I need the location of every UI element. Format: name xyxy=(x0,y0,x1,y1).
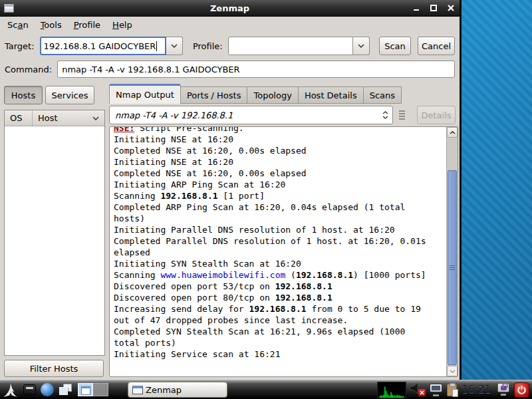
taskbar-window-button[interactable]: Zenmap xyxy=(128,382,227,398)
column-header-os[interactable]: OS xyxy=(5,110,33,126)
nmap-output-text: NSE: Script Pre-scanning.Initiating NSE … xyxy=(110,126,446,376)
menu-help[interactable]: Help xyxy=(106,18,138,32)
hosts-toggle-button[interactable]: Hosts xyxy=(4,86,43,104)
close-button[interactable] xyxy=(446,3,456,13)
chevron-down-icon xyxy=(450,370,456,373)
display-icon[interactable] xyxy=(429,383,444,397)
chevron-up-icon xyxy=(450,131,456,134)
maximize-button[interactable] xyxy=(429,3,438,13)
profile-dropdown-button[interactable] xyxy=(353,37,370,55)
zenmap-window: Zenmap Scan Tools Profile Help Target xyxy=(0,0,462,380)
zenmap-window-icon xyxy=(132,386,143,394)
menubar: Scan Tools Profile Help xyxy=(0,17,460,33)
column-header-host[interactable]: Host xyxy=(33,110,104,126)
cancel-button[interactable]: Cancel xyxy=(418,37,455,55)
volume-muted-icon[interactable] xyxy=(410,382,426,397)
services-toggle-button[interactable]: Services xyxy=(45,86,94,104)
output-line: Completed NSE at 16:20, 0.00s elapsed xyxy=(114,168,446,179)
output-line: Increasing send delay for 192.168.8.1 fr… xyxy=(114,303,446,315)
output-line: out of 47 dropped probes since last incr… xyxy=(114,315,446,326)
target-label: Target: xyxy=(5,41,35,51)
output-line: elapsed xyxy=(114,247,446,258)
nmap-output-area[interactable]: NSE: Script Pre-scanning.Initiating NSE … xyxy=(109,126,458,377)
output-line: total ports) xyxy=(114,337,446,348)
web-browser-icon[interactable] xyxy=(41,383,54,396)
combo-spinner-icon[interactable] xyxy=(382,111,391,119)
chevron-down-icon xyxy=(358,44,364,48)
scrollbar-thumb[interactable] xyxy=(448,170,457,365)
show-windows-icon[interactable] xyxy=(59,383,73,396)
text-caret xyxy=(156,41,157,51)
window-title: Zenmap xyxy=(0,3,460,13)
results-panel: Nmap Output Ports / Hosts Topology Host … xyxy=(108,80,458,380)
clipboard-icon[interactable] xyxy=(447,384,457,396)
output-line: Completed ARP Ping Scan at 16:20, 0.04s … xyxy=(114,201,446,213)
pager-desktop-2[interactable] xyxy=(93,383,108,396)
command-row: Command: nmap -T4 -A -v 192.168.8.1 GAID… xyxy=(0,59,460,80)
output-line: Initiating Service scan at 16:21 xyxy=(114,348,446,360)
output-line: Discovered open port 53/tcp on 192.168.8… xyxy=(114,281,446,292)
chevron-down-icon xyxy=(92,116,99,120)
menu-tools[interactable]: Tools xyxy=(35,18,68,32)
desktop-background: Zenmap Scan Tools Profile Help Target xyxy=(0,0,532,399)
output-line: Initiating Parallel DNS resolution of 1 … xyxy=(114,224,446,235)
target-dropdown-button[interactable] xyxy=(166,37,183,55)
taskbar: Zenmap xyxy=(0,380,532,399)
lock-screen-icon[interactable] xyxy=(496,382,511,397)
maximize-icon xyxy=(430,5,437,11)
hosts-panel: Hosts Services OS Host Filter Hosts xyxy=(0,80,106,380)
details-button[interactable]: Details xyxy=(417,106,456,124)
scroll-up-button[interactable] xyxy=(447,127,458,138)
chevron-down-icon xyxy=(171,44,178,48)
file-manager-icon[interactable] xyxy=(23,384,36,395)
host-list: OS Host xyxy=(4,110,105,356)
output-line: Completed Parallel DNS resolution of 1 h… xyxy=(114,235,446,247)
scan-button[interactable]: Scan xyxy=(379,37,411,55)
menu-scan[interactable]: Scan xyxy=(1,18,35,32)
output-toolbar: nmap -T4 -A -v 192.168.8.1 Details xyxy=(108,104,458,126)
host-list-body[interactable] xyxy=(5,126,104,355)
output-scrollbar[interactable] xyxy=(446,127,458,376)
mute-badge-icon xyxy=(418,389,426,396)
minimize-button[interactable] xyxy=(412,3,421,13)
tab-scans[interactable]: Scans xyxy=(364,86,402,104)
output-line: Initiating NSE at 16:20 xyxy=(114,156,446,168)
taskbar-clock[interactable]: 16:21 xyxy=(460,384,493,396)
output-line: Scanning www.huaweimobilewifi.com (192.1… xyxy=(114,269,446,281)
output-line: hosts) xyxy=(114,213,446,224)
main-area: Hosts Services OS Host Filter Hosts xyxy=(0,80,460,380)
toolbar-grip-icon xyxy=(399,110,405,120)
output-line: Discovered open port 80/tcp on 192.168.8… xyxy=(114,292,446,303)
output-line: Completed SYN Stealth Scan at 16:21, 9.9… xyxy=(114,326,446,337)
app-menu-icon[interactable] xyxy=(3,383,19,397)
scroll-down-button[interactable] xyxy=(447,366,458,376)
menu-profile[interactable]: Profile xyxy=(68,18,106,32)
output-line: Scanning 192.168.8.1 [1 port] xyxy=(114,190,446,201)
minimize-icon xyxy=(413,5,420,11)
output-line: Initiating SYN Stealth Scan at 16:20 xyxy=(114,258,446,269)
system-tray: 16:21 xyxy=(377,382,529,398)
tab-topology[interactable]: Topology xyxy=(247,86,298,104)
power-icon[interactable] xyxy=(514,382,529,398)
command-label: Command: xyxy=(5,65,52,74)
close-icon xyxy=(448,5,454,11)
pager-desktop-1[interactable] xyxy=(78,383,93,396)
output-line: NSE: Script Pre-scanning. xyxy=(114,126,446,134)
profile-label: Profile: xyxy=(193,41,223,51)
target-combo: 192.168.8.1 GAIDOCYBER xyxy=(40,37,183,55)
filter-hosts-button[interactable]: Filter Hosts xyxy=(4,360,104,377)
desktop-pager xyxy=(78,383,108,396)
profile-input[interactable] xyxy=(228,37,353,55)
output-line: Completed NSE at 16:20, 0.00s elapsed xyxy=(114,145,446,156)
system-monitor-graph[interactable] xyxy=(377,382,406,398)
command-input[interactable]: nmap -T4 -A -v 192.168.8.1 GAIDOCYBER xyxy=(57,61,455,78)
target-input[interactable]: 192.168.8.1 GAIDOCYBER xyxy=(40,37,166,55)
tab-nmap-output[interactable]: Nmap Output xyxy=(109,84,181,104)
scan-toolbar: Target: 192.168.8.1 GAIDOCYBER Profile: … xyxy=(0,33,460,59)
scan-history-combo[interactable]: nmap -T4 -A -v 192.168.8.1 xyxy=(109,106,393,124)
tab-ports-hosts[interactable]: Ports / Hosts xyxy=(181,86,248,104)
titlebar[interactable]: Zenmap xyxy=(0,0,460,17)
tab-bar: Nmap Output Ports / Hosts Topology Host … xyxy=(108,80,458,104)
output-line: Initiating ARP Ping Scan at 16:20 xyxy=(114,179,446,190)
tab-host-details[interactable]: Host Details xyxy=(299,86,364,104)
